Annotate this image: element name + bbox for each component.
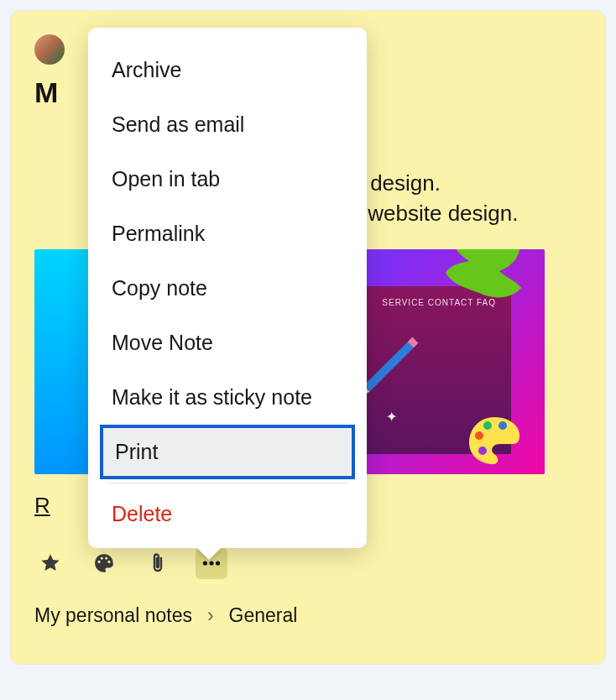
chevron-right-icon: › [207, 604, 214, 627]
attachment-button[interactable] [142, 547, 174, 579]
note-toolbar [34, 547, 582, 579]
palette-icon [93, 552, 115, 574]
menu-item-permalink[interactable]: Permalink [88, 206, 367, 261]
menu-item-send-email[interactable]: Send as email [88, 97, 367, 152]
favorite-button[interactable] [34, 547, 66, 579]
color-button[interactable] [88, 547, 120, 579]
breadcrumb-root[interactable]: My personal notes [34, 604, 192, 627]
star-icon [39, 552, 61, 574]
leaf-icon [429, 249, 530, 313]
paperclip-icon [148, 552, 168, 574]
avatar [34, 34, 65, 65]
menu-item-sticky[interactable]: Make it as sticky note [88, 370, 367, 425]
breadcrumb: My personal notes › General [34, 604, 582, 627]
svg-point-10 [475, 431, 483, 440]
svg-point-13 [478, 447, 487, 455]
menu-item-delete[interactable]: Delete [88, 487, 367, 541]
svg-point-11 [483, 421, 492, 430]
breadcrumb-current[interactable]: General [229, 604, 298, 627]
menu-separator [107, 483, 348, 483]
menu-item-print[interactable]: Print [100, 425, 355, 479]
menu-item-move-note[interactable]: Move Note [88, 316, 367, 370]
menu-item-archive[interactable]: Archive [88, 43, 367, 97]
svg-point-12 [499, 421, 507, 430]
note-card: M bsite design. r the website design. SE… [10, 10, 606, 665]
menu-pointer [197, 548, 221, 560]
svg-point-16 [216, 561, 220, 565]
context-menu: Archive Send as email Open in tab Permal… [88, 28, 367, 548]
palette-icon [467, 415, 521, 466]
svg-point-14 [203, 561, 207, 565]
svg-rect-6 [363, 339, 415, 391]
menu-item-copy-note[interactable]: Copy note [88, 261, 367, 316]
svg-point-15 [209, 561, 213, 565]
reference-link[interactable]: R [34, 493, 50, 519]
menu-item-open-tab[interactable]: Open in tab [88, 152, 367, 206]
sparkle-icon: ✦ [386, 409, 397, 425]
